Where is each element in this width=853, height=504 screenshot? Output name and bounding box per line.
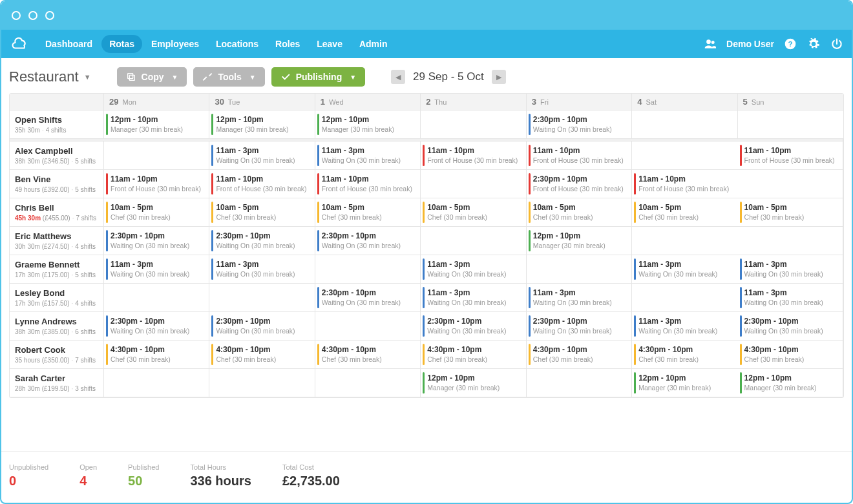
shift-cell[interactable]: 2:30pm - 10pmWaiting On (30 min break) [527,312,632,341]
shift-cell[interactable]: 4:30pm - 10pmChef (30 min break) [632,341,737,369]
nav-item-rotas[interactable]: Rotas [101,35,142,53]
copy-button[interactable]: Copy ▼ [117,67,187,87]
shift-cell[interactable]: 10am - 5pmChef (30 min break) [527,198,632,227]
shift-cell[interactable]: 11am - 10pmFront of House (30 min break) [315,170,421,198]
shift-cell[interactable]: 11am - 3pmWaiting On (30 min break) [527,284,632,312]
gear-icon[interactable] [806,37,821,51]
row-header[interactable]: Ben Vine49 hours (£392.00)·5 shifts [10,170,104,198]
shift-cell[interactable]: 12pm - 10pmManager (30 min break) [527,227,632,255]
shift-cell[interactable]: 4:30pm - 10pmChef (30 min break) [421,341,526,369]
empty-cell[interactable] [104,369,209,397]
users-icon[interactable] [703,37,717,51]
empty-cell[interactable] [315,255,421,284]
shift-cell[interactable]: 12pm - 10pmManager (30 min break) [315,110,421,139]
user-name[interactable]: Demo User [726,39,774,49]
shift-cell[interactable]: 11am - 10pmFront of House (30 min break) [527,142,632,170]
shift-cell[interactable]: 2:30pm - 10pmWaiting On (30 min break) [527,110,632,139]
shift-cell[interactable]: 12pm - 10pmManager (30 min break) [209,110,315,139]
nav-item-admin[interactable]: Admin [352,35,395,53]
shift-cell[interactable]: 11am - 3pmWaiting On (30 min break) [209,142,315,170]
shift-cell[interactable]: 2:30pm - 10pmFront of House (30 min brea… [527,170,632,198]
shift-cell[interactable]: 2:30pm - 10pmWaiting On (30 min break) [104,312,209,341]
empty-cell[interactable] [209,284,315,312]
shift-cell[interactable]: 11am - 10pmFront of House (30 min break) [104,170,209,198]
shift-cell[interactable]: 11am - 3pmWaiting On (30 min break) [738,255,843,284]
tools-button[interactable]: Tools ▼ [193,67,264,87]
row-header[interactable]: Eric Matthews30h 30m (£274.50)·4 shifts [10,227,104,255]
empty-cell[interactable] [632,227,737,255]
shift-cell[interactable]: 2:30pm - 10pmWaiting On (30 min break) [421,312,526,341]
empty-cell[interactable] [315,369,421,397]
empty-cell[interactable] [738,227,843,255]
shift-cell[interactable]: 2:30pm - 10pmWaiting On (30 min break) [104,227,209,255]
shift-cell[interactable]: 4:30pm - 10pmChef (30 min break) [315,341,421,369]
shift-cell[interactable]: 4:30pm - 10pmChef (30 min break) [738,341,843,369]
shift-cell[interactable]: 11am - 3pmWaiting On (30 min break) [209,255,315,284]
shift-cell[interactable]: 10am - 5pmChef (30 min break) [104,198,209,227]
cloud-logo-icon[interactable] [12,36,28,52]
shift-cell[interactable]: 12pm - 10pmManager (30 min break) [738,369,843,397]
shift-cell[interactable]: 4:30pm - 10pmChef (30 min break) [209,341,315,369]
empty-cell[interactable] [315,312,421,341]
empty-cell[interactable] [104,142,209,170]
window-control-dot[interactable] [12,11,21,20]
next-week-button[interactable]: ▶ [492,70,506,84]
shift-cell[interactable]: 11am - 3pmWaiting On (30 min break) [421,284,526,312]
power-icon[interactable] [830,37,844,51]
row-header[interactable]: Robert Cook35 hours (£350.00)·7 shifts [10,341,104,369]
row-header[interactable]: Graeme Bennett17h 30m (£175.00)·5 shifts [10,255,104,284]
row-header[interactable]: Chris Bell45h 30m (£455.00)·7 shifts [10,198,104,227]
empty-cell[interactable] [104,284,209,312]
shift-cell[interactable]: 12pm - 10pmManager (30 min break) [104,110,209,139]
empty-cell[interactable] [421,227,526,255]
nav-item-locations[interactable]: Locations [208,35,266,53]
row-header[interactable]: Alex Campbell38h 30m (£346.50)·5 shifts [10,142,104,170]
shift-cell[interactable]: 11am - 3pmWaiting On (30 min break) [738,284,843,312]
nav-item-employees[interactable]: Employees [143,35,207,53]
empty-cell[interactable] [632,284,737,312]
shift-cell[interactable]: 11am - 10pmFront of House (30 min break) [632,170,737,198]
nav-item-roles[interactable]: Roles [268,35,308,53]
shift-cell[interactable]: 11am - 10pmFront of House (30 min break) [421,142,526,170]
empty-cell[interactable] [738,110,843,139]
empty-cell[interactable] [632,110,737,139]
shift-cell[interactable]: 10am - 5pmChef (30 min break) [315,198,421,227]
shift-cell[interactable]: 10am - 5pmChef (30 min break) [421,198,526,227]
shift-cell[interactable]: 2:30pm - 10pmWaiting On (30 min break) [209,227,315,255]
nav-item-dashboard[interactable]: Dashboard [37,35,100,53]
nav-item-leave[interactable]: Leave [309,35,350,53]
shift-cell[interactable]: 10am - 5pmChef (30 min break) [209,198,315,227]
empty-cell[interactable] [527,369,632,397]
row-header[interactable]: Lesley Bond17h 30m (£157.50)·4 shifts [10,284,104,312]
shift-cell[interactable]: 11am - 3pmWaiting On (30 min break) [315,142,421,170]
empty-cell[interactable] [421,170,526,198]
shift-cell[interactable]: 4:30pm - 10pmChef (30 min break) [527,341,632,369]
help-icon[interactable]: ? [783,37,797,51]
shift-cell[interactable]: 10am - 5pmChef (30 min break) [632,198,737,227]
shift-cell[interactable]: 12pm - 10pmManager (30 min break) [632,369,737,397]
shift-cell[interactable]: 2:30pm - 10pmWaiting On (30 min break) [209,312,315,341]
window-control-dot[interactable] [45,11,54,20]
shift-cell[interactable]: 2:30pm - 10pmWaiting On (30 min break) [315,284,421,312]
location-selector[interactable]: Restaurant ▼ [9,68,111,85]
shift-cell[interactable]: 11am - 3pmWaiting On (30 min break) [421,255,526,284]
shift-cell[interactable]: 12pm - 10pmManager (30 min break) [421,369,526,397]
publishing-button[interactable]: Publishing ▼ [271,67,365,87]
shift-cell[interactable]: 2:30pm - 10pmWaiting On (30 min break) [315,227,421,255]
shift-cell[interactable]: 4:30pm - 10pmChef (30 min break) [104,341,209,369]
shift-cell[interactable]: 11am - 3pmWaiting On (30 min break) [632,255,737,284]
shift-cell[interactable]: 11am - 3pmWaiting On (30 min break) [632,312,737,341]
shift-cell[interactable]: 10am - 5pmChef (30 min break) [738,198,843,227]
shift-cell[interactable]: 11am - 10pmFront of House (30 min break) [738,142,843,170]
empty-cell[interactable] [209,369,315,397]
row-header[interactable]: Open Shifts35h 30m·4 shifts [10,110,104,139]
prev-week-button[interactable]: ◀ [391,70,405,84]
empty-cell[interactable] [527,255,632,284]
shift-cell[interactable]: 11am - 3pmWaiting On (30 min break) [104,255,209,284]
empty-cell[interactable] [632,142,737,170]
empty-cell[interactable] [738,170,843,198]
row-header[interactable]: Lynne Andrews38h 30m (£385.00)·6 shifts [10,312,104,341]
window-control-dot[interactable] [28,11,37,20]
shift-cell[interactable]: 2:30pm - 10pmWaiting On (30 min break) [738,312,843,341]
row-header[interactable]: Sarah Carter28h 30m (£199.50)·3 shifts [10,369,104,397]
